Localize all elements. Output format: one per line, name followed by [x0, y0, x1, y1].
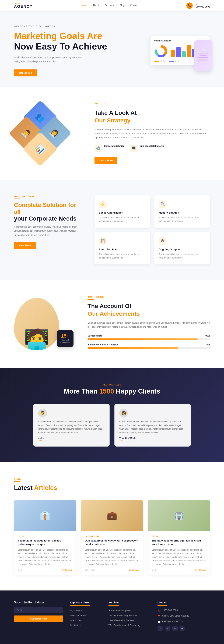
footer-phone: +000-000-0000: [162, 609, 178, 612]
experience-badge: 15+ Years ofExperience: [57, 330, 74, 347]
logo: Digital AGENCY: [14, 2, 32, 9]
testimonials-content: TESTIMONIALS More Than 1500 Happy Client…: [14, 384, 210, 446]
address-icon: 📍: [158, 615, 160, 618]
testimonials-title: More Than 1500 Happy Clients: [14, 388, 210, 395]
blog-post-desc-1: Lorem ipsum dolor sit amet, consectetur …: [18, 548, 72, 566]
progress-sales-fill: [88, 347, 178, 349]
badge-text: Years ofExperience: [60, 339, 70, 344]
blog-card-1: 👔 Blog Vestibulum faucibus lorem a tellu…: [14, 500, 76, 575]
nav-about[interactable]: About: [92, 4, 99, 7]
social-facebook[interactable]: f: [158, 626, 163, 631]
blog-card-2: 💼 Latest News Duis at laoreet mi, eget v…: [81, 500, 143, 575]
footer-link-news[interactable]: Latest News: [70, 619, 82, 622]
services-section: WHAT WE OFFER Complete Solution for all …: [0, 180, 224, 280]
history-visual: 🧑‍💻 15+ Years ofExperience: [14, 298, 74, 350]
progress-sales-label: Increase in Sales & Revenue: [88, 343, 118, 346]
history-label: OUR HISTORY: [88, 296, 210, 298]
blog-post-tag-meta-3: Blog: [152, 569, 156, 571]
nav-contact[interactable]: Contact: [130, 4, 138, 7]
footer-link-contact[interactable]: Contact Us: [70, 624, 81, 626]
services-label-line: [14, 198, 20, 199]
services-cta-button[interactable]: View More: [14, 242, 36, 249]
footer-email-item: ✉️ hello@example.com: [158, 620, 196, 623]
social-youtube[interactable]: ▶: [180, 626, 185, 631]
execution-title: Execution Plan: [99, 248, 146, 251]
footer-service-webdev[interactable]: Web Development & Designing: [108, 624, 140, 626]
card2-title: Business Relationship: [140, 145, 164, 147]
donut-chart: [155, 45, 167, 57]
social-twitter[interactable]: t: [165, 626, 170, 631]
nav-services[interactable]: Services: [105, 4, 114, 7]
history-desc: Cit dolor euismod ligula eget ornare lao…: [88, 321, 210, 329]
history-content: OUR HISTORY The Account Of Our Achieveme…: [88, 296, 210, 352]
footer-services-title: Services: [108, 601, 119, 606]
hero-welcome: WELCOME TO DIGITAL AGENCY: [14, 25, 107, 28]
footer-contact-widget: Contact 📞 +000-000-0000 📍 Street, City, …: [158, 601, 196, 631]
footer-links-list: My Account Meet Our Team Latest News Con…: [70, 609, 102, 627]
footer-service-software[interactable]: Software Development: [108, 609, 132, 612]
service-card-execution: 📋 Execution Plan Phasellus mattis ipsum …: [94, 232, 150, 265]
blog-post-title-2: Duis at laoreet mi, eget viverra ex prae…: [85, 539, 139, 546]
footer-email: hello@example.com: [162, 620, 183, 623]
service-card-support: 🛠 Ongoing Support Phasellus mattis ipsum…: [154, 232, 210, 265]
services-title-line1: Complete Solution for all: [14, 202, 76, 215]
logo-small: Digital: [14, 2, 32, 4]
subscribe-button[interactable]: Subscribe Now: [14, 616, 63, 622]
hero-visual: Website Analytics Traffic Revenue: [130, 36, 210, 66]
blog-title-pre: Latest: [14, 484, 34, 491]
hero-desc: Morbi elementum, enim ut dapibus pulvina…: [14, 56, 88, 64]
testimonials-label: TESTIMONIALS: [14, 384, 210, 386]
identify-icon: 🔍: [158, 200, 166, 208]
about-title-line1: Take A Look At: [94, 109, 137, 116]
test-name-1: John: [38, 437, 105, 440]
about-label-line: [94, 106, 101, 106]
progress-success-value: 90%: [206, 334, 210, 337]
blog-date-1: Nov 23, 2021: [61, 569, 72, 571]
progress-success: Success Rate 90%: [88, 334, 210, 340]
footer-links-widget: Important Links My Account Meet Our Team…: [70, 601, 102, 631]
footer-link-team[interactable]: Meet Our Team: [70, 614, 86, 617]
about-title-line2: Our Strategy: [94, 117, 130, 124]
speed-desc: Phasellus mattis ipsum in urna imperdiet…: [99, 216, 146, 223]
phone-number: +000-000-0000: [194, 6, 210, 8]
services-label: WHAT WE OFFER: [14, 195, 80, 198]
test-text-2: Cras interdum gravida molestie. Vivamus …: [119, 420, 186, 434]
progress-success-bar: [88, 338, 210, 340]
footer-social: f t in ▶: [158, 626, 196, 631]
phone-mockup: 📈: [194, 40, 212, 71]
footer-contact-title: Contact: [158, 601, 167, 606]
about-learn-more-button[interactable]: Learn More: [94, 157, 118, 164]
test-role-2: Title: [119, 440, 186, 442]
phone-contact-icon: 📞: [158, 609, 160, 612]
card1-title: Corporate Solution: [104, 145, 124, 147]
blog-card-3: 🏢 Blog Tristique eget lobortis eget faci…: [148, 500, 210, 575]
footer-link-account[interactable]: My Account: [70, 609, 82, 612]
identify-title: Identify Solution: [158, 211, 206, 214]
hero-title-line1: Marketing Goals Are: [14, 31, 102, 41]
blog-image-1: 👔: [14, 500, 76, 531]
about-label: ABOUT US: [94, 103, 210, 105]
blog-title: Latest Articles: [14, 484, 210, 492]
footer-service-lead[interactable]: Lead Generation Service: [108, 619, 134, 622]
hero-title-line2: Now Easy To Achieve: [14, 41, 107, 52]
blog-post-tag-meta-1: Blog: [18, 569, 22, 571]
nav-home[interactable]: Home: [80, 4, 87, 7]
footer-subscribe-widget: Subscribe For Updates Subscribe Now: [14, 601, 63, 631]
progress-sales-bar: [88, 347, 210, 349]
subscribe-email-input[interactable]: [14, 607, 63, 614]
service-card-identify: 🔍 Identify Solution Phasellus mattis ips…: [154, 195, 210, 228]
history-label-line: [88, 299, 94, 300]
history-title-line1: The Account Of: [88, 302, 132, 309]
blog-tag-3: Blog: [152, 535, 206, 537]
history-section: 🧑‍💻 15+ Years ofExperience OUR HISTORY T…: [0, 280, 224, 368]
badge-number: 15+: [60, 333, 70, 339]
nav-blog[interactable]: Blog: [120, 4, 124, 7]
blog-post-desc-3: Lorem ipsum dolor sit amet, consectetur …: [152, 548, 206, 566]
footer-service-advertising[interactable]: Display Advertising Services: [108, 614, 137, 617]
services-desc: Pellentesque eget commodo massa. Phasell…: [14, 225, 80, 237]
hero-cta-button[interactable]: Get Started: [14, 70, 37, 76]
footer-bottom: Copyright 2021 One Plus Agency All Right…: [14, 640, 210, 644]
email-icon: ✉️: [158, 620, 160, 623]
footer-address: Street, City, State, Country: [162, 614, 189, 617]
social-linkedin[interactable]: in: [172, 626, 178, 631]
